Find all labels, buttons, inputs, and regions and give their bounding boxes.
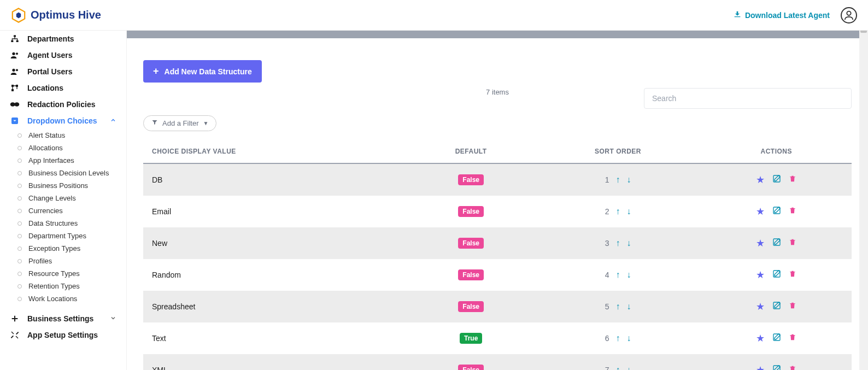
sidebar-subitem-label: Resource Types: [28, 269, 80, 278]
delete-button[interactable]: [789, 269, 796, 280]
edit-button[interactable]: [772, 365, 781, 370]
cell-sort: 6↑↓: [535, 322, 701, 354]
move-up-button[interactable]: ↑: [615, 207, 620, 216]
sidebar-item-app-setup-settings[interactable]: App Setup Settings: [0, 327, 126, 343]
bullet-icon: [17, 284, 22, 289]
star-button[interactable]: ★: [756, 364, 765, 370]
move-down-button[interactable]: ↓: [626, 175, 631, 185]
item-count: 7 items: [486, 88, 509, 96]
delete-button[interactable]: [789, 238, 796, 249]
move-up-button[interactable]: ↑: [615, 365, 620, 370]
edit-button[interactable]: [772, 333, 781, 344]
move-up-button[interactable]: ↑: [615, 238, 620, 248]
sort-number: 7: [605, 366, 609, 370]
col-default[interactable]: DEFAULT: [407, 140, 535, 163]
move-up-button[interactable]: ↑: [615, 175, 620, 185]
sidebar-item-label: Agent Users: [27, 51, 72, 60]
logo[interactable]: Optimus Hive: [11, 8, 101, 23]
delete-button[interactable]: [789, 206, 796, 217]
move-down-button[interactable]: ↓: [626, 333, 631, 343]
sidebar-subitem-allocations[interactable]: Allocations: [0, 142, 126, 154]
download-agent-link[interactable]: Download Latest Agent: [733, 10, 830, 20]
col-sort[interactable]: SORT ORDER: [535, 140, 701, 163]
add-filter-button[interactable]: Add a Filter ▼: [143, 115, 216, 131]
delete-button[interactable]: [789, 365, 796, 370]
move-up-button[interactable]: ↑: [615, 270, 620, 280]
cell-actions: ★: [701, 196, 852, 227]
sidebar-subitem-business-decision-levels[interactable]: Business Decision Levels: [0, 167, 126, 179]
cell-value: DB: [143, 163, 407, 196]
app-name: Optimus Hive: [31, 9, 101, 21]
cell-sort: 1↑↓: [535, 163, 701, 196]
cell-default: True: [407, 322, 535, 354]
delete-button[interactable]: [789, 301, 796, 312]
star-button[interactable]: ★: [756, 269, 765, 281]
edit-button[interactable]: [772, 269, 781, 280]
table-row: RandomFalse4↑↓★: [143, 259, 852, 291]
bullet-icon: [17, 246, 22, 251]
svg-point-2: [847, 11, 851, 15]
sidebar-item-dropdown-choices[interactable]: Dropdown Choices: [0, 113, 126, 129]
move-down-button[interactable]: ↓: [626, 302, 631, 312]
cell-value: Text: [143, 322, 407, 354]
col-choice[interactable]: CHOICE DISPLAY VALUE: [143, 140, 407, 163]
sidebar: DepartmentsAgent UsersPortal UsersLocati…: [0, 0, 127, 370]
sidebar-subitem-business-positions[interactable]: Business Positions: [0, 179, 126, 192]
sidebar-subitem-currencies[interactable]: Currencies: [0, 204, 126, 217]
sidebar-subitem-alert-status[interactable]: Alert Status: [0, 129, 126, 142]
move-down-button[interactable]: ↓: [626, 238, 631, 248]
sidebar-subitem-data-structures[interactable]: Data Structures: [0, 217, 126, 230]
sidebar-item-departments[interactable]: Departments: [0, 31, 126, 47]
sidebar-subitem-profiles[interactable]: Profiles: [0, 255, 126, 267]
edit-button[interactable]: [772, 174, 781, 185]
sidebar-item-agent-users[interactable]: Agent Users: [0, 47, 126, 63]
sidebar-item-business-settings[interactable]: Business Settings: [0, 310, 126, 327]
sidebar-subitem-exception-types[interactable]: Exception Types: [0, 242, 126, 255]
delete-button[interactable]: [789, 333, 796, 344]
sidebar-item-label: App Setup Settings: [27, 331, 98, 339]
add-new-button[interactable]: + Add New Data Structure: [143, 60, 262, 83]
move-up-button[interactable]: ↑: [615, 302, 620, 312]
caret-square-icon: [10, 116, 20, 125]
default-badge: True: [460, 333, 482, 344]
sidebar-subitem-resource-types[interactable]: Resource Types: [0, 267, 126, 280]
sidebar-subitem-department-types[interactable]: Department Types: [0, 230, 126, 242]
move-up-button[interactable]: ↑: [615, 333, 620, 343]
sidebar-item-portal-users[interactable]: Portal Users: [0, 63, 126, 80]
star-button[interactable]: ★: [756, 237, 765, 249]
search-input[interactable]: [644, 88, 852, 109]
bullet-icon: [17, 259, 22, 263]
star-button[interactable]: ★: [756, 301, 765, 313]
sidebar-item-locations[interactable]: Locations: [0, 80, 126, 96]
edit-button[interactable]: [772, 238, 781, 249]
edit-button[interactable]: [772, 301, 781, 312]
star-button[interactable]: ★: [756, 205, 765, 218]
user-avatar[interactable]: [841, 7, 857, 24]
chevron-down-icon: [110, 315, 116, 323]
main-content: + Add New Data Structure 7 items Add a F…: [127, 0, 868, 370]
cell-value: Random: [143, 259, 407, 291]
sidebar-subitem-label: Retention Types: [28, 282, 80, 290]
cell-sort: 3↑↓: [535, 227, 701, 259]
svg-point-9: [16, 69, 18, 71]
cell-actions: ★: [701, 163, 852, 196]
edit-button[interactable]: [772, 206, 781, 217]
sidebar-subitem-change-levels[interactable]: Change Levels: [0, 192, 126, 204]
star-button[interactable]: ★: [756, 332, 765, 344]
move-down-button[interactable]: ↓: [626, 270, 631, 280]
star-button[interactable]: ★: [756, 174, 765, 186]
user-icon: [10, 51, 20, 60]
delete-button[interactable]: [789, 174, 796, 185]
move-down-button[interactable]: ↓: [626, 207, 631, 216]
sidebar-subitem-work-locations[interactable]: Work Locations: [0, 292, 126, 305]
location-icon: [10, 84, 20, 92]
scrollbar[interactable]: [859, 0, 868, 370]
svg-rect-11: [16, 85, 18, 87]
top-accent-bar: [127, 31, 868, 38]
sidebar-item-redaction-policies[interactable]: Redaction Policies: [0, 96, 126, 113]
table-row: NewFalse3↑↓★: [143, 227, 852, 259]
cell-actions: ★: [701, 322, 852, 354]
sidebar-subitem-app-interfaces[interactable]: App Interfaces: [0, 154, 126, 167]
sidebar-subitem-retention-types[interactable]: Retention Types: [0, 280, 126, 292]
move-down-button[interactable]: ↓: [626, 365, 631, 370]
